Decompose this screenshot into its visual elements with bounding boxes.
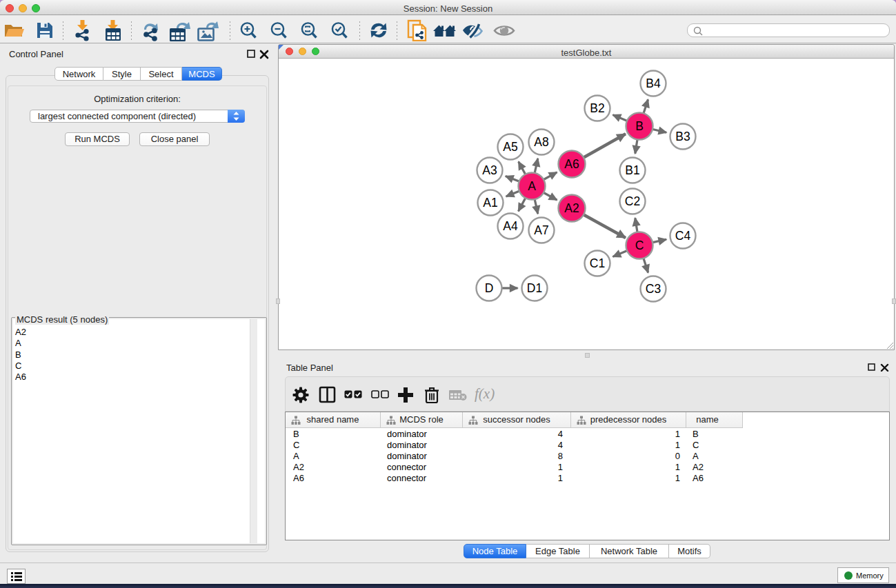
- svg-text:A7: A7: [534, 223, 548, 237]
- svg-text:C3: C3: [646, 282, 661, 296]
- svg-text:D1: D1: [527, 281, 542, 295]
- svg-text:C4: C4: [675, 229, 691, 243]
- svg-text:A3: A3: [482, 163, 497, 177]
- svg-text:C2: C2: [625, 194, 640, 208]
- svg-text:B2: B2: [590, 101, 604, 115]
- svg-text:A4: A4: [503, 219, 518, 233]
- svg-text:A5: A5: [503, 140, 517, 154]
- svg-text:B1: B1: [625, 163, 639, 177]
- svg-text:B3: B3: [675, 130, 690, 143]
- svg-text:C: C: [635, 239, 644, 252]
- svg-text:A2: A2: [564, 201, 579, 215]
- svg-text:B4: B4: [646, 77, 661, 90]
- svg-text:A1: A1: [483, 196, 497, 210]
- svg-text:A8: A8: [534, 135, 548, 149]
- svg-text:C1: C1: [590, 256, 605, 270]
- svg-text:B: B: [635, 119, 644, 133]
- svg-text:D: D: [485, 281, 494, 295]
- svg-text:A6: A6: [564, 157, 579, 171]
- svg-text:A: A: [528, 179, 536, 193]
